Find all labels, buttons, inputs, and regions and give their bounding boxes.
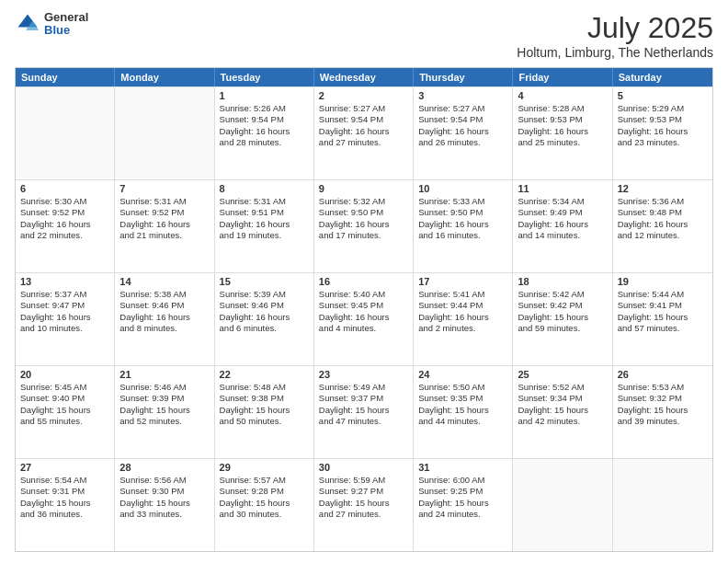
main-title: July 2025 xyxy=(517,11,713,45)
calendar-cell xyxy=(513,459,612,551)
calendar-cell: 18Sunrise: 5:42 AMSunset: 9:42 PMDayligh… xyxy=(513,273,612,365)
day-number: 17 xyxy=(418,276,507,287)
cell-line: and 55 minutes. xyxy=(20,416,109,427)
calendar-row: 20Sunrise: 5:45 AMSunset: 9:40 PMDayligh… xyxy=(16,365,712,458)
cell-line: Daylight: 16 hours xyxy=(220,219,309,230)
calendar-cell: 1Sunrise: 5:26 AMSunset: 9:54 PMDaylight… xyxy=(215,87,314,179)
calendar-cell: 16Sunrise: 5:40 AMSunset: 9:45 PMDayligh… xyxy=(314,273,414,365)
calendar-row: 27Sunrise: 5:54 AMSunset: 9:31 PMDayligh… xyxy=(16,458,712,551)
calendar-cell xyxy=(613,459,712,551)
cell-line: Daylight: 16 hours xyxy=(618,126,708,137)
day-number: 23 xyxy=(319,369,408,380)
cell-line: and 33 minutes. xyxy=(119,509,209,520)
cell-line: Daylight: 16 hours xyxy=(518,126,607,137)
cell-line: Sunrise: 5:45 AM xyxy=(20,382,109,393)
cell-line: and 19 minutes. xyxy=(220,230,309,241)
cell-line: Sunset: 9:48 PM xyxy=(618,207,708,218)
cell-line: and 10 minutes. xyxy=(20,323,109,334)
cell-line: Sunrise: 5:34 AM xyxy=(518,196,607,207)
cell-line: Daylight: 15 hours xyxy=(319,405,408,416)
cell-line: and 39 minutes. xyxy=(618,416,708,427)
cell-line: Daylight: 16 hours xyxy=(220,312,309,323)
calendar-cell: 2Sunrise: 5:27 AMSunset: 9:54 PMDaylight… xyxy=(314,87,414,179)
cell-line: and 36 minutes. xyxy=(20,509,109,520)
weekday-header: Sunday xyxy=(16,68,115,86)
day-number: 26 xyxy=(618,369,708,380)
weekday-header: Friday xyxy=(513,68,612,86)
cell-line: Sunset: 9:38 PM xyxy=(220,393,309,404)
page: General Blue July 2025 Holtum, Limburg, … xyxy=(0,0,728,563)
cell-line: Sunset: 9:25 PM xyxy=(418,486,507,497)
calendar: SundayMondayTuesdayWednesdayThursdayFrid… xyxy=(15,67,713,552)
cell-line: Daylight: 15 hours xyxy=(119,498,209,509)
day-number: 21 xyxy=(119,369,209,380)
cell-line: Sunset: 9:54 PM xyxy=(220,114,309,125)
calendar-cell: 29Sunrise: 5:57 AMSunset: 9:28 PMDayligh… xyxy=(215,459,314,551)
cell-line: Daylight: 16 hours xyxy=(319,312,408,323)
day-number: 27 xyxy=(20,462,109,473)
day-number: 19 xyxy=(618,276,708,287)
calendar-cell: 12Sunrise: 5:36 AMSunset: 9:48 PMDayligh… xyxy=(613,180,712,272)
calendar-cell: 25Sunrise: 5:52 AMSunset: 9:34 PMDayligh… xyxy=(513,366,612,458)
cell-line: Daylight: 16 hours xyxy=(618,219,708,230)
cell-line: Sunrise: 5:29 AM xyxy=(618,103,708,114)
cell-line: and 21 minutes. xyxy=(119,230,209,241)
cell-line: Sunrise: 5:27 AM xyxy=(418,103,507,114)
cell-line: Daylight: 15 hours xyxy=(518,312,607,323)
cell-line: and 30 minutes. xyxy=(220,509,309,520)
cell-line: Sunset: 9:45 PM xyxy=(319,300,408,311)
cell-line: Sunset: 9:41 PM xyxy=(618,300,708,311)
cell-line: and 4 minutes. xyxy=(319,323,408,334)
day-number: 7 xyxy=(119,183,209,194)
cell-line: Sunset: 9:46 PM xyxy=(220,300,309,311)
cell-line: Sunrise: 5:53 AM xyxy=(618,382,708,393)
cell-line: Sunset: 9:39 PM xyxy=(119,393,209,404)
cell-line: and 28 minutes. xyxy=(220,137,309,148)
cell-line: Sunrise: 5:54 AM xyxy=(20,475,109,486)
cell-line: Sunrise: 5:31 AM xyxy=(119,196,209,207)
calendar-cell: 28Sunrise: 5:56 AMSunset: 9:30 PMDayligh… xyxy=(115,459,214,551)
calendar-cell: 6Sunrise: 5:30 AMSunset: 9:52 PMDaylight… xyxy=(16,180,115,272)
day-number: 16 xyxy=(319,276,408,287)
logo-icon xyxy=(15,11,40,37)
calendar-cell: 10Sunrise: 5:33 AMSunset: 9:50 PMDayligh… xyxy=(414,180,513,272)
cell-line: Sunrise: 5:31 AM xyxy=(220,196,309,207)
cell-line: Daylight: 16 hours xyxy=(319,219,408,230)
logo: General Blue xyxy=(15,11,88,38)
cell-line: Daylight: 16 hours xyxy=(418,312,507,323)
cell-line: Sunrise: 5:39 AM xyxy=(220,289,309,300)
cell-line: Daylight: 15 hours xyxy=(418,498,507,509)
calendar-cell: 3Sunrise: 5:27 AMSunset: 9:54 PMDaylight… xyxy=(414,87,513,179)
cell-line: Sunrise: 5:36 AM xyxy=(618,196,708,207)
calendar-cell: 14Sunrise: 5:38 AMSunset: 9:46 PMDayligh… xyxy=(115,273,214,365)
weekday-header: Wednesday xyxy=(314,68,414,86)
calendar-body: 1Sunrise: 5:26 AMSunset: 9:54 PMDaylight… xyxy=(16,86,712,551)
calendar-cell: 31Sunrise: 6:00 AMSunset: 9:25 PMDayligh… xyxy=(414,459,513,551)
cell-line: Daylight: 16 hours xyxy=(20,312,109,323)
calendar-cell: 19Sunrise: 5:44 AMSunset: 9:41 PMDayligh… xyxy=(613,273,712,365)
title-block: July 2025 Holtum, Limburg, The Netherlan… xyxy=(517,11,713,60)
cell-line: Sunrise: 5:33 AM xyxy=(418,196,507,207)
calendar-row: 6Sunrise: 5:30 AMSunset: 9:52 PMDaylight… xyxy=(16,179,712,272)
cell-line: Sunset: 9:37 PM xyxy=(319,393,408,404)
cell-line: Sunrise: 5:44 AM xyxy=(618,289,708,300)
cell-line: Daylight: 15 hours xyxy=(119,405,209,416)
day-number: 1 xyxy=(220,90,309,101)
cell-line: Daylight: 16 hours xyxy=(319,126,408,137)
cell-line: Sunset: 9:32 PM xyxy=(618,393,708,404)
calendar-cell: 9Sunrise: 5:32 AMSunset: 9:50 PMDaylight… xyxy=(314,180,414,272)
cell-line: and 52 minutes. xyxy=(119,416,209,427)
calendar-header: SundayMondayTuesdayWednesdayThursdayFrid… xyxy=(16,68,712,86)
calendar-cell: 22Sunrise: 5:48 AMSunset: 9:38 PMDayligh… xyxy=(215,366,314,458)
calendar-cell: 27Sunrise: 5:54 AMSunset: 9:31 PMDayligh… xyxy=(16,459,115,551)
cell-line: Sunrise: 5:56 AM xyxy=(119,475,209,486)
calendar-cell: 11Sunrise: 5:34 AMSunset: 9:49 PMDayligh… xyxy=(513,180,612,272)
cell-line: Sunset: 9:49 PM xyxy=(518,207,607,218)
weekday-header: Monday xyxy=(115,68,214,86)
day-number: 18 xyxy=(518,276,607,287)
cell-line: Sunset: 9:51 PM xyxy=(220,207,309,218)
cell-line: Sunset: 9:50 PM xyxy=(319,207,408,218)
cell-line: Sunset: 9:35 PM xyxy=(418,393,507,404)
cell-line: Sunset: 9:46 PM xyxy=(119,300,209,311)
cell-line: Sunrise: 5:30 AM xyxy=(20,196,109,207)
